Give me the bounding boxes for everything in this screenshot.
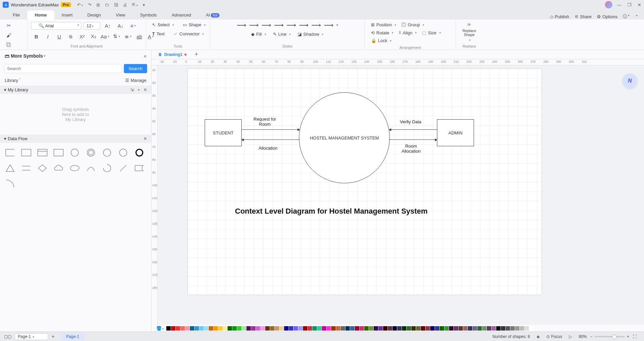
add-page-button[interactable]: + [52,334,55,340]
export-icon[interactable]: ⇱▾ [132,2,138,7]
shape-arc1[interactable] [83,161,98,175]
diagram-title[interactable]: Context Level Diagram for Hostel Managem… [235,207,428,216]
options-button[interactable]: ⚙ Options [597,14,617,19]
color-swatch[interactable] [237,326,241,331]
arrow-student-to-hms[interactable] [242,129,300,130]
color-swatch[interactable] [444,326,449,331]
bold-icon[interactable]: B [32,32,40,40]
color-swatch[interactable] [312,326,317,331]
zoom-out-icon[interactable]: − [590,334,592,339]
shape-circle3[interactable] [116,146,131,160]
color-swatch[interactable] [223,326,227,331]
color-swatch[interactable] [185,326,190,331]
shape-triangle[interactable] [3,161,18,175]
color-swatch[interactable] [322,326,326,331]
node-student[interactable]: STUDENT [205,119,242,146]
tab-ai[interactable]: AIhot [199,10,227,20]
color-swatch[interactable] [242,326,246,331]
color-swatch[interactable] [378,326,383,331]
focus-button[interactable]: ⊙ Focus [546,334,562,339]
align-text-icon[interactable]: ≡ [129,22,137,30]
color-swatch[interactable] [195,326,199,331]
shape-rect-open[interactable] [3,146,18,160]
label-allocation[interactable]: Allocation [259,146,277,151]
shape-arc2[interactable] [100,161,114,175]
canvas[interactable]: STUDENT HOSTEL MANAGEMENT SYSTEM ADMIN R… [158,65,644,325]
new-tab-icon[interactable]: + [195,51,198,58]
color-swatch[interactable] [246,326,251,331]
tab-view[interactable]: View [108,10,133,20]
size-menu[interactable]: ⬚ Size [419,29,443,37]
shape-line[interactable] [116,161,131,175]
color-swatch[interactable] [487,326,491,331]
shape-rect[interactable] [19,146,34,160]
color-swatch[interactable] [482,326,486,331]
shape-diamond[interactable] [35,161,50,175]
pages-icon[interactable]: ▢▢ [4,334,11,339]
case-icon[interactable]: Aa [101,32,109,40]
color-swatch[interactable] [524,326,529,331]
color-swatch[interactable] [190,326,194,331]
color-swatch[interactable] [463,326,468,331]
tab-file[interactable]: File [5,10,27,20]
shape-flag[interactable] [132,161,147,175]
color-swatch[interactable] [496,326,501,331]
tab-insert[interactable]: Insert [54,10,80,20]
color-swatch[interactable] [520,326,524,331]
undo-icon[interactable]: ↶▾ [77,2,83,7]
node-admin[interactable]: ADMIN [437,119,474,146]
fit-page-icon[interactable]: ⛶ [633,334,637,339]
decrease-font-icon[interactable]: A↓ [116,22,125,30]
color-swatch[interactable] [218,326,223,331]
arrow-hms-to-admin[interactable] [389,140,437,140]
font-size-select[interactable]: 12▾ [83,22,100,30]
bullets-icon[interactable]: ≣ [124,32,132,40]
color-swatch[interactable] [256,326,260,331]
subscript-icon[interactable]: X₂ [90,32,98,40]
align-menu[interactable]: ⫴ Align [396,29,419,37]
color-swatch[interactable] [204,326,208,331]
new-icon[interactable]: ⊞ [96,2,100,7]
line-spacing-icon[interactable]: ⇅ [112,32,121,40]
layers-icon[interactable]: ◈ [537,334,540,339]
shape-quarter[interactable] [3,177,18,191]
color-swatch[interactable] [411,326,416,331]
connector-tool[interactable]: ⟋ Connector [171,30,207,38]
collapse-ribbon-icon[interactable]: ⌃ [635,14,639,19]
color-swatch[interactable] [270,326,274,331]
highlight-icon[interactable]: ab [135,32,143,40]
tab-home[interactable]: Home [27,10,54,20]
close-lib-icon[interactable]: ✕ [143,87,147,92]
lock-menu[interactable]: 🔒 Lock [368,37,394,44]
maximize-icon[interactable]: ❐ [628,2,632,7]
color-swatch[interactable] [228,326,232,331]
color-swatch[interactable] [383,326,387,331]
redo-icon[interactable]: ↷ [88,2,92,7]
label-request[interactable]: Request for Room [253,117,276,127]
publish-button[interactable]: ◇ Publish [550,14,569,19]
shape-circle-bold[interactable] [132,146,147,160]
add-lib-icon[interactable]: + [137,87,140,92]
label-verify[interactable]: Verfiy Data [400,119,421,124]
color-swatch[interactable] [360,326,364,331]
document-tab[interactable]: 🗎 Drawing1 [155,51,190,58]
color-swatch[interactable] [355,326,359,331]
shape-lines[interactable] [19,161,34,175]
copy-icon[interactable]: ⿻ [5,40,13,49]
minimize-icon[interactable]: — [617,2,621,7]
color-swatch[interactable] [435,326,439,331]
color-swatch[interactable] [501,326,505,331]
color-swatch[interactable] [303,326,307,331]
color-swatch[interactable] [331,326,336,331]
color-swatch[interactable] [336,326,340,331]
color-swatch[interactable] [454,326,458,331]
fill-menu[interactable]: ◆ Fill [248,30,269,38]
color-swatch[interactable] [298,326,303,331]
shape-circle-double[interactable] [83,146,98,160]
color-swatch[interactable] [468,326,472,331]
arrow-admin-to-hms[interactable] [389,129,437,130]
section-data-flow[interactable]: ▾ Data Flow ✕ [0,134,151,143]
color-swatch[interactable] [510,326,515,331]
present-icon[interactable]: ▷ [569,334,572,339]
color-swatch[interactable] [459,326,463,331]
